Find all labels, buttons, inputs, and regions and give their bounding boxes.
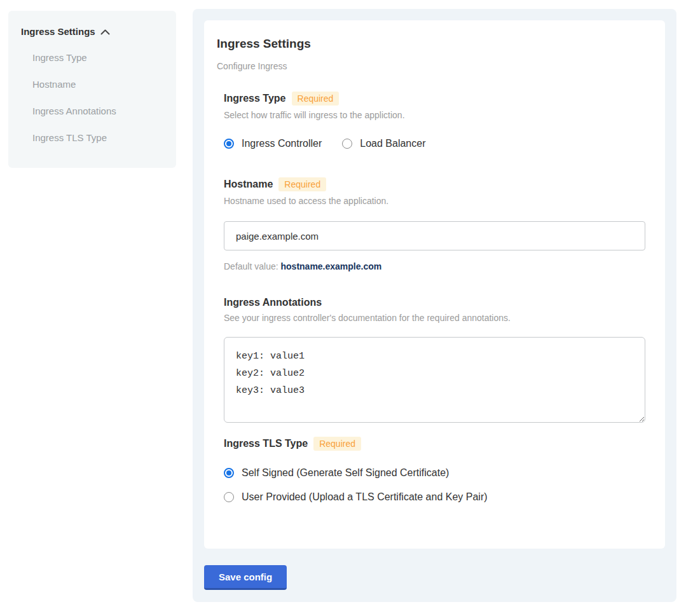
section-ingress-type: Ingress Type Required Select how traffic… <box>224 92 645 149</box>
radio-ingress-controller[interactable]: Ingress Controller <box>224 138 322 149</box>
config-nav-sidebar: Ingress Settings Ingress Type Hostname I… <box>8 11 176 168</box>
sidebar-item-ingress-annotations[interactable]: Ingress Annotations <box>32 105 163 117</box>
chevron-up-icon <box>100 29 110 35</box>
radio-label: Ingress Controller <box>242 138 322 149</box>
sidebar-item-ingress-type[interactable]: Ingress Type <box>32 51 163 64</box>
radio-label: User Provided (Upload a TLS Certificate … <box>242 491 488 503</box>
section-title-ingress-type: Ingress Type <box>224 93 286 104</box>
page-title: Ingress Settings <box>217 37 645 51</box>
radio-icon[interactable] <box>224 468 234 478</box>
save-config-button[interactable]: Save config <box>204 565 287 590</box>
section-hostname: Hostname Required Hostname used to acces… <box>224 177 645 271</box>
radio-icon[interactable] <box>342 139 352 149</box>
radio-icon[interactable] <box>224 139 234 149</box>
hostname-default-value: Default value: hostname.example.com <box>224 261 645 271</box>
radio-user-provided[interactable]: User Provided (Upload a TLS Certificate … <box>224 491 645 503</box>
section-title-ingress-tls-type: Ingress TLS Type <box>224 438 308 449</box>
ingress-annotations-textarea[interactable]: key1: value1 key2: value2 key3: value3 <box>224 337 645 423</box>
sidebar-item-hostname[interactable]: Hostname <box>32 78 163 90</box>
help-text-hostname: Hostname used to access the application. <box>224 196 645 206</box>
radio-label: Self Signed (Generate Self Signed Certif… <box>242 467 449 479</box>
sidebar-group-label: Ingress Settings <box>21 26 95 37</box>
page-subtitle: Configure Ingress <box>217 61 645 71</box>
section-title-ingress-annotations: Ingress Annotations <box>224 297 322 308</box>
radio-self-signed[interactable]: Self Signed (Generate Self Signed Certif… <box>224 467 645 479</box>
radio-label: Load Balancer <box>360 138 425 149</box>
required-badge: Required <box>278 177 326 191</box>
ingress-settings-card: Ingress Settings Configure Ingress Ingre… <box>204 20 665 549</box>
required-badge: Required <box>313 437 361 451</box>
section-title-hostname: Hostname <box>224 179 273 190</box>
default-value-prefix: Default value: <box>224 261 281 271</box>
section-ingress-annotations: Ingress Annotations See your ingress con… <box>224 297 645 423</box>
help-text-ingress-annotations: See your ingress controller's documentat… <box>224 313 645 323</box>
default-value-text: hostname.example.com <box>281 261 382 271</box>
radio-load-balancer[interactable]: Load Balancer <box>342 138 425 149</box>
sidebar-group-ingress-settings[interactable]: Ingress Settings <box>21 26 163 37</box>
config-footer: Save config <box>204 565 665 590</box>
hostname-input[interactable] <box>224 221 645 250</box>
config-panel: Ingress Settings Configure Ingress Ingre… <box>193 9 676 602</box>
help-text-ingress-type: Select how traffic will ingress to the a… <box>224 110 645 120</box>
required-badge: Required <box>292 92 340 106</box>
sidebar-item-ingress-tls-type[interactable]: Ingress TLS Type <box>32 132 163 144</box>
radio-icon[interactable] <box>224 492 234 502</box>
section-ingress-tls-type: Ingress TLS Type Required Self Signed (G… <box>224 437 645 503</box>
